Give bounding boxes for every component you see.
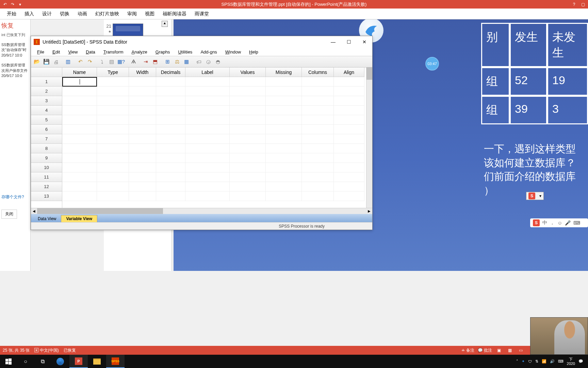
tab-home[interactable]: 开始 bbox=[3, 9, 20, 19]
scroll-left-icon[interactable]: ◀ bbox=[31, 208, 37, 214]
cell[interactable] bbox=[185, 153, 230, 163]
cell[interactable] bbox=[230, 153, 266, 163]
cell[interactable] bbox=[62, 125, 97, 134]
cell[interactable] bbox=[334, 163, 364, 172]
goto-case-icon[interactable]: ⤵ bbox=[98, 57, 107, 66]
cell[interactable] bbox=[302, 77, 334, 87]
split-icon[interactable]: ⊞ bbox=[163, 57, 172, 66]
row-header[interactable]: 11 bbox=[31, 172, 62, 182]
row-header[interactable]: 10 bbox=[31, 163, 62, 172]
save-icon[interactable]: 💾 bbox=[42, 57, 51, 66]
cell[interactable] bbox=[302, 191, 334, 201]
menu-transform[interactable]: Transform bbox=[99, 49, 128, 55]
menu-data[interactable]: Data bbox=[82, 49, 99, 55]
cell[interactable] bbox=[230, 191, 266, 201]
cell[interactable] bbox=[230, 96, 266, 106]
normal-view-icon[interactable]: ▣ bbox=[495, 347, 503, 353]
cell[interactable] bbox=[266, 115, 302, 125]
cell[interactable] bbox=[97, 106, 129, 115]
cell[interactable] bbox=[129, 134, 156, 144]
cell[interactable] bbox=[129, 96, 156, 106]
menu-view[interactable]: View bbox=[64, 49, 82, 55]
tab-data-view[interactable]: Data View bbox=[33, 215, 61, 222]
reading-view-icon[interactable]: ▭ bbox=[517, 347, 525, 353]
tab-slideshow[interactable]: 幻灯片放映 bbox=[91, 9, 123, 19]
tray-security-icon[interactable]: 🛡 bbox=[528, 359, 532, 364]
cell[interactable] bbox=[62, 144, 97, 153]
close-button[interactable]: ✕ bbox=[357, 36, 372, 48]
col-header-align[interactable]: Align bbox=[334, 67, 364, 77]
cell[interactable] bbox=[185, 77, 230, 87]
ime-float[interactable]: S ▾ bbox=[526, 192, 544, 200]
open-icon[interactable]: 📂 bbox=[32, 57, 41, 66]
tab-transition[interactable]: 切换 bbox=[56, 9, 74, 19]
col-header-name[interactable]: Name bbox=[62, 67, 97, 77]
menu-help[interactable]: Help bbox=[245, 49, 262, 55]
sorter-view-icon[interactable]: ▦ bbox=[506, 347, 514, 353]
cell[interactable] bbox=[97, 96, 129, 106]
show-all-icon[interactable]: ◓ bbox=[213, 57, 222, 66]
cell[interactable] bbox=[156, 87, 185, 96]
row-header[interactable]: 4 bbox=[31, 106, 62, 115]
cortana-icon[interactable]: ○ bbox=[17, 355, 34, 368]
tray-network-icon[interactable]: ⇅ bbox=[535, 359, 538, 364]
cell[interactable] bbox=[156, 115, 185, 125]
row-header[interactable]: 8 bbox=[31, 144, 62, 153]
cell[interactable] bbox=[334, 144, 364, 153]
smile-icon[interactable]: ☺ bbox=[557, 220, 562, 226]
ribbon-toggle-icon[interactable]: ▢ bbox=[581, 2, 585, 7]
cell[interactable] bbox=[129, 115, 156, 125]
row-header[interactable]: 6 bbox=[31, 125, 62, 134]
undo-icon[interactable]: ↶ bbox=[76, 57, 85, 66]
weight-icon[interactable]: ⚖ bbox=[173, 57, 181, 66]
cell[interactable] bbox=[185, 87, 230, 96]
cell[interactable] bbox=[302, 106, 334, 115]
cell[interactable] bbox=[266, 106, 302, 115]
cell[interactable] bbox=[97, 163, 129, 172]
recovery-close-button[interactable]: 关闭 bbox=[1, 210, 17, 219]
cell[interactable] bbox=[266, 191, 302, 201]
cell[interactable] bbox=[266, 96, 302, 106]
cell[interactable] bbox=[62, 172, 97, 182]
col-header-columns[interactable]: Columns bbox=[302, 67, 334, 77]
cell[interactable] bbox=[334, 134, 364, 144]
thumbs-scroll-up[interactable]: ▲ bbox=[162, 21, 168, 27]
cell[interactable] bbox=[230, 163, 266, 172]
cell[interactable] bbox=[129, 182, 156, 191]
cell[interactable] bbox=[302, 172, 334, 182]
cell[interactable] bbox=[62, 163, 97, 172]
cell[interactable] bbox=[97, 87, 129, 96]
cell[interactable] bbox=[97, 153, 129, 163]
tab-foxit[interactable]: 福昕阅读器 bbox=[159, 9, 191, 19]
cell[interactable] bbox=[62, 106, 97, 115]
cell[interactable] bbox=[129, 172, 156, 182]
cell[interactable] bbox=[334, 106, 364, 115]
cell[interactable] bbox=[62, 96, 97, 106]
taskbar-powerpoint[interactable]: P bbox=[69, 355, 88, 368]
col-header-width[interactable]: Width bbox=[129, 67, 156, 77]
dialog-recall-icon[interactable]: ▥ bbox=[64, 57, 72, 66]
cell[interactable] bbox=[129, 77, 156, 87]
cell[interactable] bbox=[62, 134, 97, 144]
cell[interactable] bbox=[185, 96, 230, 106]
cell[interactable] bbox=[129, 191, 156, 201]
ime-toolbar[interactable]: S 中 ， ☺ 🎤 ⌨ bbox=[530, 218, 588, 227]
comments-button[interactable]: 💬 批注 bbox=[478, 348, 492, 353]
select-cases-icon[interactable]: ▦ bbox=[182, 57, 191, 66]
col-header-label[interactable]: Label bbox=[185, 67, 230, 77]
cell[interactable] bbox=[230, 106, 266, 115]
cell[interactable] bbox=[97, 134, 129, 144]
cell[interactable] bbox=[266, 87, 302, 96]
cell[interactable] bbox=[334, 96, 364, 106]
cell[interactable] bbox=[97, 125, 129, 134]
cell[interactable] bbox=[156, 96, 185, 106]
find-icon[interactable]: Ѧ bbox=[129, 57, 138, 66]
col-header-decimals[interactable]: Decimals bbox=[156, 67, 185, 77]
help-icon[interactable]: ? bbox=[572, 2, 576, 7]
cell[interactable] bbox=[97, 77, 129, 87]
cell[interactable] bbox=[185, 115, 230, 125]
cell[interactable] bbox=[156, 125, 185, 134]
cell[interactable] bbox=[302, 96, 334, 106]
row-header[interactable]: 13 bbox=[31, 191, 62, 201]
value-labels-icon[interactable]: 🏷 bbox=[194, 57, 203, 66]
